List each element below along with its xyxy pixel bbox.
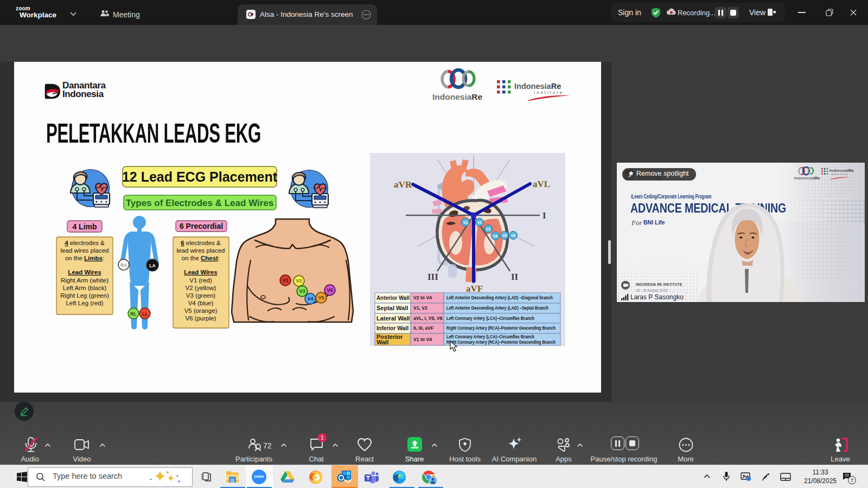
svg-text:V1: V1 (463, 221, 468, 224)
svg-text:Left Coronary Artery (LCA)–Cir: Left Coronary Artery (LCA)–Circumflex Br… (446, 334, 534, 339)
svg-text:Left Anterior Descending Arter: Left Anterior Descending Artery (LAD) –S… (446, 305, 548, 311)
svg-text:RL: RL (130, 311, 136, 317)
svg-text:6 Precordial: 6 Precordial (180, 222, 223, 230)
svg-text:V6: V6 (327, 287, 333, 293)
svg-text:V3: V3 (299, 288, 305, 294)
svg-text:II, III, aVF: II, III, aVF (413, 325, 433, 331)
svg-text:Left Coronary Artery (LCA)–Cir: Left Coronary Artery (LCA)–Circumflex Br… (446, 316, 534, 321)
svg-text:V1 (red): V1 (red) (189, 277, 212, 284)
svg-text:V2 (yellow): V2 (yellow) (186, 285, 216, 291)
svg-text:V4 (blue): V4 (blue) (188, 300, 214, 306)
svg-text:V5 (orange): V5 (orange) (184, 307, 218, 314)
svg-text:V1, V2: V1, V2 (413, 305, 427, 311)
svg-text:aVL: aVL (533, 179, 550, 189)
svg-text:V4: V4 (493, 234, 497, 238)
svg-text:V2 to V4: V2 to V4 (413, 295, 432, 300)
svg-text:V2: V2 (296, 278, 302, 284)
svg-text:4 electrodes &: 4 electrodes & (65, 240, 105, 246)
svg-text:LA: LA (149, 263, 155, 268)
svg-text:aVF: aVF (466, 284, 483, 294)
svg-text:aVR: aVR (394, 179, 412, 190)
svg-text:lead wires placed: lead wires placed (61, 247, 109, 254)
svg-text:Right Arm (white): Right Arm (white) (61, 277, 108, 284)
svg-text:Inferior Wall: Inferior Wall (376, 325, 409, 331)
svg-text:on the Limbs:: on the Limbs: (65, 255, 104, 261)
svg-text:V3 (green): V3 (green) (186, 292, 216, 299)
svg-text:I: I (542, 210, 546, 221)
svg-text:V2: V2 (477, 221, 482, 224)
svg-text:RA: RA (120, 262, 127, 268)
svg-text:V3: V3 (486, 227, 490, 231)
svg-text:6 electrodes &: 6 electrodes & (181, 240, 221, 246)
svg-text:Wall: Wall (376, 339, 388, 345)
svg-text:III: III (427, 272, 438, 282)
svg-text:Lead Wires: Lead Wires (184, 269, 217, 275)
svg-text:V6 (purple): V6 (purple) (186, 315, 216, 322)
svg-text:Left Arm (black): Left Arm (black) (63, 285, 107, 291)
svg-text:V1 to V4: V1 to V4 (413, 337, 432, 342)
svg-text:V4: V4 (307, 296, 313, 301)
svg-text:Right Coronary Artery (RCA)–Po: Right Coronary Artery (RCA)–Posterior De… (446, 325, 556, 331)
svg-text:V1: V1 (282, 278, 288, 283)
svg-text:V5: V5 (318, 295, 324, 300)
svg-text:Right Leg (green): Right Leg (green) (60, 292, 109, 299)
svg-text:V6: V6 (511, 234, 515, 237)
svg-text:Anterior Wall: Anterior Wall (376, 294, 410, 301)
svg-text:Types of Electrodes & Lead Wir: Types of Electrodes & Lead Wires (126, 198, 274, 208)
svg-text:12 Lead ECG Placement: 12 Lead ECG Placement (122, 169, 278, 184)
svg-text:Left Leg (red): Left Leg (red) (66, 300, 103, 306)
svg-text:Left Anterior Descending Arter: Left Anterior Descending Artery (LAD) –D… (446, 295, 553, 300)
svg-text:Septal Wall: Septal Wall (376, 305, 408, 311)
svg-text:on the Chest:: on the Chest: (182, 255, 220, 261)
svg-text:aVL, I, V5, V6: aVL, I, V5, V6 (413, 316, 443, 321)
svg-text:V5: V5 (502, 234, 507, 237)
svg-text:LL: LL (142, 311, 148, 317)
svg-text:II: II (511, 272, 519, 282)
svg-text:4 Limb: 4 Limb (72, 222, 97, 231)
svg-text:Lateral Wall: Lateral Wall (376, 315, 410, 322)
svg-text:Right Coronary Artery (RCA)–Po: Right Coronary Artery (RCA)–Posterior De… (446, 339, 556, 345)
svg-text:Lead Wires: Lead Wires (68, 269, 101, 275)
svg-text:lead wires placed: lead wires placed (177, 247, 225, 254)
